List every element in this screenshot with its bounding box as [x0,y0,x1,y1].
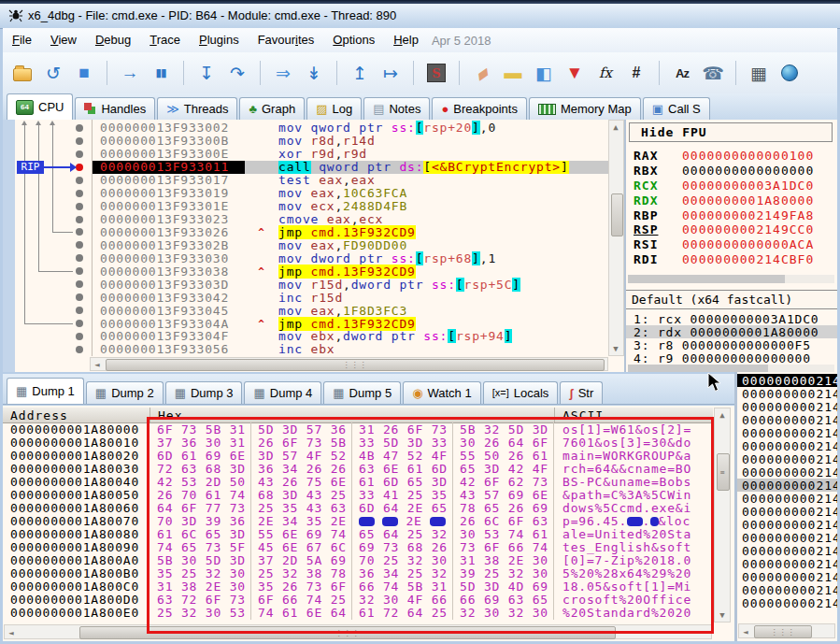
stack-row[interactable]: 000000000214 [737,400,837,413]
stack-row[interactable]: 000000000214 [737,465,837,479]
breakpoint-dot[interactable] [76,124,83,132]
dump-row[interactable]: 0000000001A8009074 65 73 5F45 6E 67 6C69… [3,540,713,553]
register-row[interactable]: RBX0000000000000000 [626,164,837,179]
breakpoint-gutter[interactable] [15,241,92,249]
step-out-button[interactable]: ↥ [348,61,372,85]
dump-row[interactable]: 0000000001A800B035 25 32 3025 32 38 7836… [3,566,713,580]
dump-hscrollbar[interactable]: ◄ ⋮⋮⋮ [4,624,712,639]
tab-str[interactable]: ʃStr [560,381,603,404]
breakpoint-dot[interactable] [76,137,83,145]
fastcall-hscrollbar[interactable] [628,365,834,372]
breakpoint-dot[interactable] [76,177,83,184]
disasm-row[interactable]: 000000013F933042inc r15d [15,291,608,304]
tab-log[interactable]: ▨Log [306,97,362,120]
breakpoint-dot[interactable] [76,241,83,249]
fastcall-hscroll-thumb[interactable] [628,365,768,372]
disasm-hscrollbar[interactable]: ◄ ⋮⋮⋮ [90,357,608,371]
dump-hscroll-thumb[interactable]: ⋮⋮⋮ [79,626,616,639]
dump-row[interactable]: 0000000001A800D063 72 6F 736F 66 74 2532… [3,593,713,606]
menu-item-help[interactable]: Help [384,28,428,52]
breakpoint-gutter[interactable] [15,307,92,314]
scroll-left-arrow[interactable]: ◄ [5,626,18,639]
disasm-row[interactable]: 000000013F933030mov dword ptr ss:[rsp+68… [15,251,608,265]
breakpoint-dot[interactable] [76,190,83,197]
patch-button[interactable]: ▰ [470,61,494,85]
fastcall-arg-row[interactable]: 1: rcx 00000000003A1DC0 [626,312,837,325]
breakpoint-dot-active[interactable] [76,164,83,171]
open-file-button[interactable] [10,61,35,85]
menu-item-file[interactable]: File [3,28,41,52]
stack-row[interactable]: 000000000214 [737,452,837,465]
dump-row[interactable]: 0000000001A8004042 53 2D 5043 26 75 6E61… [3,475,713,488]
disasm-row[interactable]: 000000013F933045mov eax,1F8D3FC3 [15,304,608,317]
menu-item-view[interactable]: View [41,28,86,52]
disasm-row[interactable]: 000000013F93301Emov ecx,2488D4FB [15,200,608,213]
disasm-row[interactable]: 000000013F933056inc ebx [15,343,608,356]
dump-row[interactable]: 0000000001A8007070 3D 39 362E 34 35 2E 2… [3,514,713,527]
pause-button[interactable]: ▮▮ [149,61,173,85]
dump-row[interactable]: 0000000001A8003072 63 68 3D36 34 26 2663… [3,462,713,475]
disasm-row[interactable]: 000000013F933038^jmp cmd.13F932CD9 [15,265,608,278]
registers-hscrollbar[interactable] [628,275,834,283]
register-row[interactable]: RAX0000000000000100 [626,149,837,164]
breakpoint-dot[interactable] [76,228,83,236]
disasm-hscroll-thumb[interactable]: ⋮⋮⋮ [106,359,605,371]
dump-row[interactable]: 0000000001A800C031 38 2E 3035 26 73 6F66… [3,580,713,593]
disasm-row[interactable]: 000000013F933011call qword ptr ds:[<&BCr… [15,161,608,174]
breakpoint-gutter[interactable] [15,124,92,132]
disasm-row[interactable]: 000000013F93304Fmov ebx,dword ptr ss:[rs… [15,330,608,343]
stack-row[interactable]: 000000000214 [737,583,837,596]
registers-hscroll-thumb[interactable] [628,275,785,283]
scroll-up-arrow[interactable]: ▲ [609,121,622,134]
snowman-button[interactable]: # [624,61,648,85]
breakpoint-dot[interactable] [76,307,83,314]
menu-item-debug[interactable]: Debug [86,28,140,52]
dump-row[interactable]: 0000000001A800A05B 30 5D 3D37 2D 5A 6970… [3,553,713,566]
comments-button[interactable]: ▬ [501,61,525,85]
tab-notes[interactable]: ▤Notes [363,97,430,120]
stack-row[interactable]: 000000000214 [737,557,837,570]
tab-memory-map[interactable]: Memory Map [529,97,641,120]
breakpoint-gutter[interactable] [15,320,92,327]
scroll-left-arrow[interactable]: ◄ [91,358,104,371]
menu-item-trace[interactable]: Trace [140,28,190,52]
stack-row[interactable]: 000000000214 [737,439,837,452]
breakpoint-gutter[interactable] [15,161,92,174]
disasm-row[interactable]: 000000013F93300Exor r9d,r9d [15,148,608,161]
stack-hscrollbar[interactable]: ◄ ⋮⋮⋮ [738,623,835,638]
breakpoint-gutter[interactable] [15,280,92,288]
disasm-vscroll-thumb[interactable] [611,193,623,236]
dump-row[interactable]: 0000000001A800E025 32 30 5374 61 6E 6461… [3,606,713,619]
tab-dump-2[interactable]: ▦Dump 2 [86,381,164,404]
stack-row[interactable]: 000000000214 [737,570,837,583]
stack-row[interactable]: 000000000214 [737,518,837,531]
breakpoint-dot[interactable] [76,216,83,223]
dump-row[interactable]: 0000000001A8008061 6C 65 3D55 6E 69 7465… [3,527,713,540]
disassembly-pane[interactable]: 000000013F933002mov qword ptr ss:[rsp+20… [15,120,624,372]
breakpoint-dot[interactable] [76,254,83,262]
tab-watch-1[interactable]: ◉Watch 1 [403,381,481,404]
tab-handles[interactable]: Handles [75,97,155,120]
menu-item-favourites[interactable]: Favourites [249,28,324,52]
disasm-row[interactable]: 000000013F933026^jmp cmd.13F932CD9 [15,226,608,239]
breakpoint-dot[interactable] [76,150,83,158]
tab-threads[interactable]: ≫Threads [157,97,237,120]
hide-fpu-button[interactable]: Hide FPU [629,122,833,142]
breakpoint-dot[interactable] [76,333,83,340]
breakpoint-dot[interactable] [76,280,83,288]
breakpoint-gutter[interactable] [15,333,92,340]
dump-row[interactable]: 0000000001A8006064 6F 77 7325 35 43 636D… [3,501,713,514]
tab-breakpoints[interactable]: ●Breakpoints [432,97,527,120]
breakpoint-dot[interactable] [76,320,83,327]
breakpoint-gutter[interactable] [15,267,92,275]
register-row[interactable]: RSP0000000002149CC0 [626,222,837,237]
globe-button[interactable] [777,61,802,85]
breakpoint-dot[interactable] [76,203,83,210]
step-over-button[interactable]: ↷ [225,61,249,85]
dump-row[interactable]: 0000000001A800206D 61 69 6E3D 57 4F 524B… [3,449,713,462]
disasm-vscrollbar[interactable]: ▲ ▼ [608,120,624,356]
fastcall-arg-row[interactable]: 4: r9 0000000000000000 [626,351,837,365]
stack-row[interactable]: 000000000214 [737,374,837,387]
tab-dump-4[interactable]: ▦Dump 4 [244,381,321,404]
register-row[interactable]: RDI000000000214CBF0 [626,252,837,267]
